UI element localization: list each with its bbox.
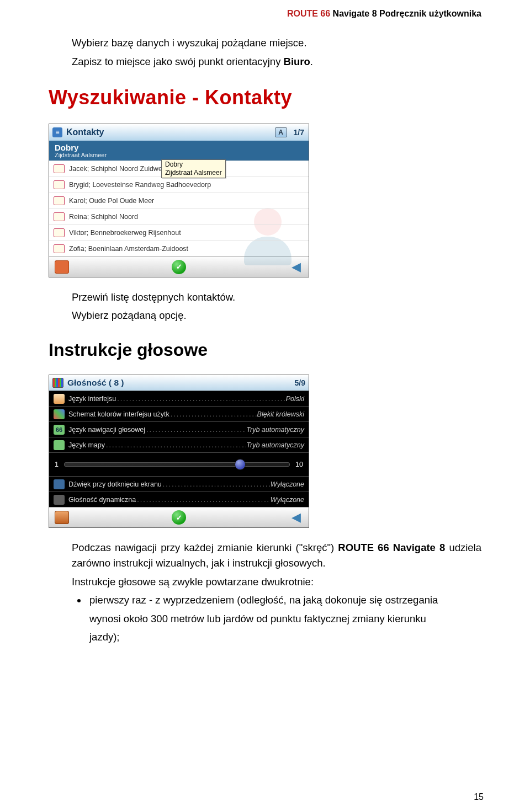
settings-sliders-icon	[52, 378, 63, 388]
sound-icon	[54, 479, 65, 489]
voice-para-pre: Podczas nawigacji przy każdej zmianie ki…	[72, 542, 338, 553]
contacts-selected-row[interactable]: Dobry Zijdstraat Aalsmeer	[49, 141, 309, 161]
voice-icon: 66	[54, 425, 65, 435]
volume-counter: 5/9	[295, 378, 305, 387]
list-item[interactable]: Brygid; Loevesteinse Randweg Badhoevedor…	[49, 177, 309, 193]
ok-button[interactable]: ✓	[172, 510, 186, 525]
section-title-voice: Instrukcje głosowe	[49, 340, 481, 360]
back-button[interactable]: ◀	[289, 260, 303, 274]
contact-row-text: Viktor; Bennebroekerweg Rijsenhout	[69, 229, 181, 237]
section-title-contacts: Wyszukiwanie - Kontakty	[49, 86, 481, 109]
dynamic-icon	[54, 495, 65, 505]
bullet-line-2: wynosi około 300 metrów lub jardów od pu…	[89, 611, 481, 626]
settings-row-value: Tryb automatyczny	[246, 441, 304, 449]
palette-icon	[54, 409, 65, 419]
intro-l2-bold: Biuro	[284, 56, 310, 67]
contact-card-icon	[54, 212, 65, 221]
list-item[interactable]: Zofia; Boeninlaan Amsterdam-Zuidoost	[49, 241, 309, 257]
settings-row-label: Język nawigacji głosowej	[68, 426, 145, 434]
dots-fill	[145, 426, 246, 434]
contacts-title: Kontakty	[66, 127, 104, 137]
list-item[interactable]: Reina; Schiphol Noord	[49, 209, 309, 225]
contact-card-icon	[54, 164, 65, 173]
contact-card-icon	[54, 196, 65, 205]
contact-row-text: Zofia; Boeninlaan Amsterdam-Zuidoost	[69, 245, 188, 253]
screenshot-contacts: ≡ Kontakty A 1/7 Dobry Zijdstraat Aalsme…	[49, 124, 309, 277]
bullet-line-1: pierwszy raz - z wyprzedzeniem (odległoś…	[89, 594, 438, 606]
dots-fill	[162, 480, 271, 488]
intro-line-2: Zapisz to miejsce jako swój punkt orient…	[72, 54, 481, 70]
contacts-counter: 1/7	[294, 128, 305, 137]
settings-row-value: Tryb automatyczny	[246, 426, 304, 434]
settings-row-label: Głośność dynamiczna	[68, 496, 136, 504]
page-header: ROUTE 66 Navigate 8 Podręcznik użytkowni…	[49, 0, 481, 19]
slider-max: 10	[295, 461, 303, 468]
settings-row[interactable]: Dźwięk przy dotknięciu ekranuWyłączone	[49, 476, 309, 492]
bullet-line-3: jazdy);	[89, 629, 481, 644]
tooltip-line-1: Dobry	[165, 161, 222, 169]
contacts-icon: ≡	[52, 127, 62, 137]
settings-row[interactable]: 66Język nawigacji głosowejTryb automatyc…	[49, 421, 309, 437]
back-button[interactable]: ◀	[289, 511, 303, 524]
settings-row-value: Wyłączone	[271, 480, 304, 488]
map-button[interactable]	[55, 260, 69, 274]
dots-fill	[136, 496, 271, 504]
map-lang-icon	[54, 440, 65, 450]
header-suffix: Navigate 8 Podręcznik użytkownika	[330, 9, 481, 18]
contact-row-text: Karol; Oude Pol Oude Meer	[69, 197, 154, 205]
tooltip: Dobry Zijdstraat Aalsmeer	[161, 159, 226, 178]
slider-min: 1	[55, 461, 59, 468]
slider-track[interactable]	[64, 462, 290, 467]
after1-l1: Przewiń listę dostępnych kontaktów.	[72, 290, 481, 305]
settings-row[interactable]: Schemat kolorów interfejsu użytkBłękit k…	[49, 406, 309, 421]
settings-row-value: Wyłączone	[271, 496, 304, 504]
settings-row-label: Język mapy	[68, 441, 105, 449]
list-item[interactable]: Viktor; Bennebroekerweg Rijsenhout	[49, 225, 309, 241]
settings-row-value: Błękit królewski	[257, 410, 304, 418]
intro-l2-post: .	[310, 56, 313, 67]
contact-row-text: Reina; Schiphol Noord	[69, 213, 138, 221]
contacts-selected-addr: Zijdstraat Aalsmeer	[55, 152, 107, 158]
dots-fill	[105, 441, 246, 449]
settings-row[interactable]: Język interfejsuPolski	[49, 391, 309, 406]
contact-card-icon	[54, 228, 65, 237]
bullet-item: pierwszy raz - z wyprzedzeniem (odległoś…	[87, 592, 481, 644]
ok-button[interactable]: ✓	[172, 260, 186, 274]
volume-slider[interactable]: 1 10	[49, 452, 309, 476]
list-item[interactable]: Karol; Oude Pol Oude Meer	[49, 193, 309, 209]
screenshot-volume: Głośność ( 8 ) 5/9 Język interfejsuPolsk…	[49, 375, 309, 528]
map-button[interactable]	[55, 511, 69, 524]
settings-row-label: Język interfejsu	[68, 395, 116, 403]
voice-para-brand: ROUTE 66 Navigate 8	[338, 542, 445, 553]
contact-card-icon	[54, 180, 65, 189]
settings-row-label: Dźwięk przy dotknięciu ekranu	[68, 480, 162, 488]
settings-row-label: Schemat kolorów interfejsu użytk	[68, 410, 169, 418]
contact-card-icon	[54, 244, 65, 253]
settings-row-value: Polski	[286, 395, 304, 403]
slider-thumb[interactable]	[235, 459, 246, 470]
contacts-selected-name: Dobry	[55, 143, 78, 152]
intro-line-1: Wybierz bazę danych i wyszukaj pożądane …	[72, 35, 481, 51]
user-icon	[54, 394, 65, 404]
tooltip-line-2: Zijdstraat Aalsmeer	[165, 169, 222, 177]
voice-para-1: Podczas nawigacji przy każdej zmianie ki…	[72, 540, 481, 571]
page-number: 15	[474, 792, 484, 802]
volume-title: Głośność ( 8 )	[67, 378, 124, 388]
volume-footer: ✓ ◀	[49, 507, 309, 527]
voice-para-2: Instrukcje głosowe są zwykle powtarzane …	[72, 574, 481, 590]
intro-l2-pre: Zapisz to miejsce jako swój punkt orient…	[72, 56, 284, 67]
keyboard-icon[interactable]: A	[275, 127, 287, 137]
dots-fill	[116, 395, 286, 403]
contacts-footer: ✓ ◀	[49, 257, 309, 277]
dots-fill	[169, 410, 257, 418]
contacts-titlebar: ≡ Kontakty A 1/7	[49, 124, 309, 141]
settings-row[interactable]: Głośność dynamicznaWyłączone	[49, 492, 309, 507]
after1-l2: Wybierz pożądaną opcję.	[72, 308, 481, 323]
volume-titlebar: Głośność ( 8 ) 5/9	[49, 375, 309, 391]
header-brand: ROUTE 66	[287, 9, 330, 18]
contact-row-text: Brygid; Loevesteinse Randweg Badhoevedor…	[69, 181, 211, 189]
settings-row[interactable]: Język mapyTryb automatyczny	[49, 437, 309, 452]
